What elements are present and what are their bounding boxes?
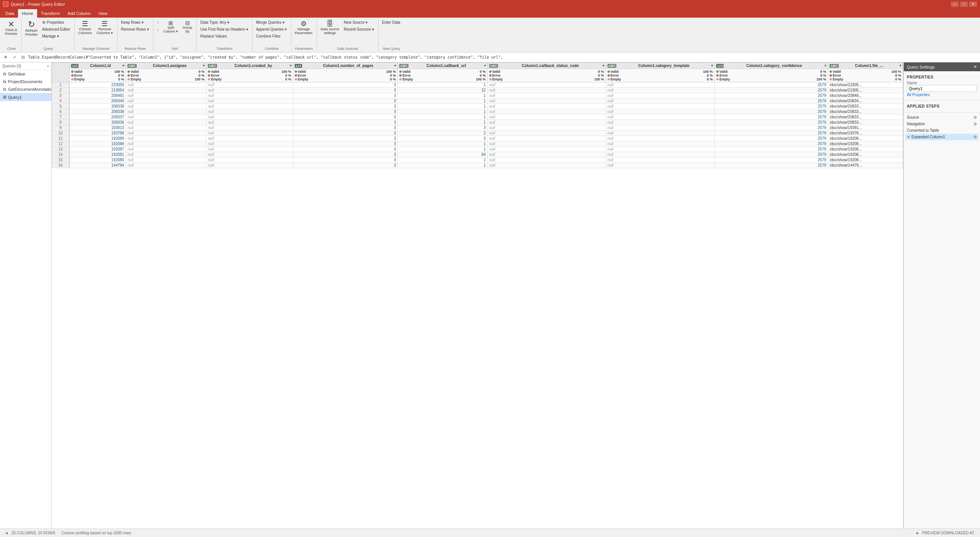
group-label-ds: Data Sources [317, 47, 378, 51]
queries-list: fx GetValue fx ProjectDocuments fx GetDo… [0, 70, 51, 529]
gear-icon-source[interactable]: ⚙ [973, 115, 977, 120]
group-by-button[interactable]: ⊟ GroupBy [181, 19, 194, 34]
col-name-assignee: Column1.assignee [137, 64, 203, 68]
tab-view[interactable]: View [95, 9, 111, 18]
col-header-callbackstatus[interactable]: ABC Column1.callback_status_code ▾ Valid… [487, 63, 606, 82]
window-title: Query1 - Power Query Editor [11, 2, 65, 7]
ribbon-group-data-sources: 🗄 Data sourcesettings New Source ▾ Recen… [317, 18, 378, 51]
split-column-button[interactable]: ⊞ SplitColumn ▾ [162, 19, 180, 34]
table-cell: null [126, 152, 206, 157]
ribbon-items-newq: Enter Data [380, 19, 402, 36]
step-source[interactable]: Source ⚙ [905, 114, 978, 121]
filter-icon-numpages[interactable]: ▾ [394, 64, 396, 67]
query-item-query1[interactable]: ⊞ Query1 [0, 93, 51, 101]
table-cell: /doc/show/20833... [828, 109, 903, 115]
sort-desc-button[interactable]: ↓ [155, 26, 161, 33]
manage-button[interactable]: Manage ▾ [40, 33, 72, 39]
filter-icon-assignee[interactable]: ▾ [203, 64, 204, 67]
gear-icon-navigation[interactable]: ⚙ [973, 122, 977, 126]
col-header-fileurl[interactable]: ABC Column1.file_... ▾ Valid100 % Error0… [828, 63, 903, 82]
table-cell: null [487, 93, 606, 98]
filter-icon-callbackurl[interactable]: ▾ [484, 64, 486, 67]
query-settings-close[interactable]: ✕ [973, 64, 977, 69]
step-converted-to-table[interactable]: Converted to Table [905, 127, 978, 134]
col-header-created-by[interactable]: ABC Column1.created_by ▾ Valid100 % Erro… [206, 63, 293, 82]
data-source-settings-button[interactable]: 🗄 Data sourcesettings [318, 19, 341, 36]
enter-data-button[interactable]: Enter Data [380, 19, 402, 26]
table-cell: null [126, 141, 206, 147]
filter-icon-callbackstatus[interactable]: ▾ [603, 64, 604, 67]
formula-cancel-btn[interactable]: ✕ [2, 54, 9, 61]
remove-columns-button[interactable]: ☰ RemoveColumns ▾ [95, 19, 115, 36]
error-dot-fileurl [830, 74, 832, 77]
append-queries-button[interactable]: Append Queries ▾ [254, 26, 289, 33]
applied-steps-section: APPLIED STEPS [904, 100, 980, 113]
window-controls[interactable]: — □ ✕ [951, 2, 977, 7]
sort-asc-button[interactable]: ↑ [155, 19, 161, 26]
formula-input[interactable] [28, 55, 978, 59]
col-header-assignee[interactable]: ABC Column1.assignee ▾ Valid0 % Error0 %… [126, 63, 206, 82]
queries-header: Queries [4] « [0, 62, 51, 70]
advanced-editor-button[interactable]: Advanced Editor [40, 26, 72, 33]
maximize-btn[interactable]: □ [960, 2, 968, 7]
col-header-id[interactable]: 123 Column1.id ▾ Valid100 % Error0 % Emp… [69, 63, 126, 82]
query-name-input[interactable] [907, 85, 977, 92]
col-header-numpages[interactable]: 123 Column1.number_of_pages ▾ Valid100 %… [293, 63, 397, 82]
table-cell: 2579 [715, 147, 828, 152]
tab-home[interactable]: Home [18, 9, 37, 18]
query-item-getvalue[interactable]: fx GetValue [0, 70, 51, 78]
col-header-callbackurl[interactable]: ABC Column1.callback_url ▾ Valid0 % Erro… [398, 63, 488, 82]
minimize-btn[interactable]: — [951, 2, 959, 7]
filter-icon-fileurl[interactable]: ▾ [900, 64, 901, 67]
table-cell: null [606, 141, 714, 147]
col-header-catconfidence[interactable]: 123 Column1.category_confidence ▾ Valid0… [715, 63, 828, 82]
tab-transform[interactable]: Transform [37, 9, 64, 18]
tab-add-column[interactable]: Add Column [64, 9, 95, 18]
new-source-button[interactable]: New Source ▾ [342, 19, 376, 26]
queries-collapse-icon[interactable]: « [47, 64, 49, 68]
empty-dot-fileurl [830, 78, 832, 80]
keep-rows-button[interactable]: Keep Rows ▾ [119, 19, 151, 26]
row-num-header [52, 63, 70, 82]
filter-icon-id[interactable]: ▾ [122, 64, 124, 67]
data-type-button[interactable]: Data Type: Any ▾ [198, 19, 250, 26]
nav-left-btn[interactable]: ◄ [3, 531, 10, 535]
remove-rows-button[interactable]: Remove Rows ▾ [119, 26, 151, 33]
step-navigation[interactable]: Navigation ⚙ [905, 121, 978, 127]
table-cell: 3 [293, 141, 397, 147]
tab-data[interactable]: Data [2, 9, 18, 18]
properties-button[interactable]: ⚙ Properties [40, 19, 72, 26]
table-cell: null [487, 152, 606, 157]
merge-queries-button[interactable]: Merge Queries ▾ [254, 19, 289, 26]
col-header-cattemplate[interactable]: ABC Column1.category_template ▾ Valid100… [606, 63, 714, 82]
step-expanded-column1[interactable]: ✕ Expanded Column1 ⚙ [905, 134, 978, 140]
recent-sources-button[interactable]: Recent Sources ▾ [342, 26, 376, 33]
combine-files-button[interactable]: Combine Files [254, 33, 289, 39]
refresh-preview-button[interactable]: ↻ RefreshPreview [23, 19, 39, 38]
table-cell: 192081 [69, 152, 126, 157]
choose-columns-button[interactable]: ☰ ChooseColumns [76, 19, 94, 36]
filter-icon-createdby[interactable]: ▾ [290, 64, 291, 67]
table-cell: 2579 [715, 141, 828, 147]
ribbon-items-reduce: Keep Rows ▾ Remove Rows ▾ [119, 19, 151, 43]
close-preview-button[interactable]: ✕ Close &Preview [3, 19, 19, 37]
app-icon [3, 2, 8, 7]
all-properties-link[interactable]: All Properties [907, 92, 977, 98]
filter-icon-catconfidence[interactable]: ▾ [825, 64, 826, 67]
formula-confirm-btn[interactable]: ✓ [11, 54, 18, 61]
gear-icon-expanded[interactable]: ⚙ [973, 135, 977, 139]
table-cell: null [126, 115, 206, 120]
replace-values-button[interactable]: Replace Values [198, 33, 250, 39]
valid-dot-catconfidence [716, 70, 719, 73]
use-first-row-button[interactable]: Use First Row as Headers ▾ [198, 26, 250, 33]
close-btn[interactable]: ✕ [969, 2, 977, 7]
data-grid[interactable]: 123 Column1.id ▾ Valid100 % Error0 % Emp… [52, 62, 903, 529]
nav-right-btn[interactable]: ► [914, 531, 921, 535]
filter-icon-cattemplate[interactable]: ▾ [711, 64, 713, 67]
table-cell: 3 [293, 131, 397, 136]
group-label-combine: Combine [253, 47, 291, 51]
manage-parameters-button[interactable]: ⚙ ManageParameters [293, 19, 315, 36]
query-item-getdocannotations[interactable]: fx GetDocumentAnnotations [0, 85, 51, 93]
query-item-projectdocs[interactable]: fx ProjectDocuments [0, 78, 51, 85]
table-cell: 2579 [715, 98, 828, 104]
